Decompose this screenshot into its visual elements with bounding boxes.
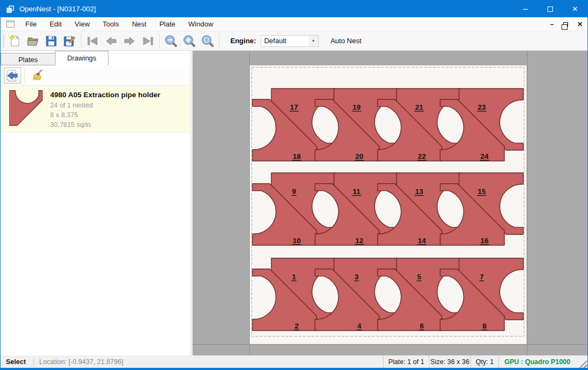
maximize-button[interactable] bbox=[538, 1, 563, 17]
part-number: 18 bbox=[292, 152, 301, 160]
toolbar-separator bbox=[159, 33, 160, 49]
page-edge-guide bbox=[193, 344, 588, 345]
part-number: 12 bbox=[355, 237, 363, 245]
part-number: 16 bbox=[480, 237, 489, 245]
window-title: OpenNest - [N0317-002] bbox=[19, 5, 96, 13]
open-file-button[interactable] bbox=[24, 32, 42, 50]
close-button[interactable]: ✕ bbox=[563, 1, 587, 17]
chevron-down-icon: ▾ bbox=[309, 36, 318, 46]
menu-view[interactable]: View bbox=[68, 18, 96, 30]
part-number: 10 bbox=[292, 237, 300, 245]
app-window: OpenNest - [N0317-002] ─ ✕ File Edit Vie… bbox=[0, 0, 588, 370]
save-as-button[interactable] bbox=[60, 32, 79, 50]
drawing-title: 4980 A05 Extraction pipe holder bbox=[50, 91, 160, 99]
sidebar: Plates Drawings bbox=[1, 51, 190, 356]
page-edge-guide bbox=[527, 51, 528, 356]
drawing-list-item[interactable]: 4980 A05 Extraction pipe holder 24 of 1 … bbox=[1, 86, 190, 132]
nest-canvas[interactable]: 171819202122232491011121314151612345678 bbox=[193, 51, 588, 356]
part-number: 8 bbox=[482, 322, 487, 330]
return-to-drawing-button[interactable] bbox=[4, 68, 21, 84]
menu-edit[interactable]: Edit bbox=[43, 18, 68, 30]
engine-label: Engine: bbox=[230, 37, 256, 45]
drawing-size: 8 x 8.375 bbox=[50, 110, 160, 120]
engine-select[interactable]: Default ▾ bbox=[261, 35, 319, 47]
part-number: 23 bbox=[477, 103, 486, 111]
part-number: 11 bbox=[353, 187, 361, 196]
auto-nest-button[interactable]: Auto Nest bbox=[326, 34, 366, 48]
zoom-out-icon bbox=[164, 34, 178, 48]
part-number: 2 bbox=[295, 322, 299, 330]
app-icon bbox=[6, 5, 15, 14]
save-as-icon bbox=[63, 35, 76, 48]
zoom-fit-icon bbox=[201, 34, 215, 48]
cursor-location: Location: [-0.9437, 21.8796] bbox=[34, 358, 383, 366]
maximize-icon bbox=[548, 6, 553, 12]
plate-sheet[interactable]: 171819202122232491011121314151612345678 bbox=[250, 65, 527, 344]
part-number: 19 bbox=[352, 103, 360, 111]
part-thumbnail bbox=[9, 90, 43, 126]
part-number: 6 bbox=[420, 322, 424, 330]
part-number: 4 bbox=[357, 322, 361, 330]
broom-icon bbox=[30, 69, 43, 82]
engine-value: Default bbox=[264, 37, 286, 45]
tab-plates[interactable]: Plates bbox=[1, 53, 55, 65]
plate-size: Size: 36 x 36 bbox=[429, 355, 470, 368]
part-number: 22 bbox=[418, 152, 426, 160]
resize-grip[interactable] bbox=[579, 355, 587, 368]
main-toolbar: Engine: Default ▾ Auto Nest bbox=[1, 31, 587, 51]
last-plate-button[interactable] bbox=[139, 32, 157, 50]
zoom-in-icon bbox=[182, 34, 196, 48]
new-file-icon bbox=[8, 35, 21, 48]
tab-drawings[interactable]: Drawings bbox=[55, 51, 108, 65]
clear-button[interactable] bbox=[28, 68, 45, 84]
save-icon bbox=[45, 35, 58, 48]
new-file-button[interactable] bbox=[5, 32, 24, 50]
drawings-toolbar bbox=[1, 65, 190, 86]
part-number: 7 bbox=[480, 273, 484, 281]
drawing-area: 30.7815 sq/in bbox=[50, 120, 160, 130]
drawing-nested-count: 24 of 1 nested bbox=[50, 100, 160, 110]
gpu-indicator: GPU : Quadro P1000 bbox=[498, 355, 579, 368]
zoom-out-button[interactable] bbox=[162, 32, 180, 50]
part-number: 9 bbox=[292, 187, 296, 196]
nav-first-icon bbox=[86, 34, 100, 48]
mdi-restore-icon bbox=[563, 22, 568, 26]
menu-plate[interactable]: Plate bbox=[153, 18, 182, 30]
zoom-in-button[interactable] bbox=[180, 32, 199, 50]
mdi-document-icon[interactable] bbox=[6, 21, 15, 28]
status-bar: Select Location: [-0.9437, 21.8796] Plat… bbox=[1, 355, 587, 369]
mdi-minimize-button[interactable]: – bbox=[548, 21, 556, 28]
back-arrow-page-icon bbox=[6, 69, 19, 82]
menu-tools[interactable]: Tools bbox=[96, 18, 125, 30]
nav-last-icon bbox=[141, 34, 155, 48]
menu-bar: File Edit View Tools Nest Plate Window –… bbox=[1, 17, 587, 31]
toolbar-separator bbox=[219, 33, 220, 49]
mdi-restore-button[interactable] bbox=[562, 22, 570, 26]
part-number: 13 bbox=[415, 187, 423, 196]
part-number: 24 bbox=[480, 152, 489, 160]
part-number: 3 bbox=[354, 273, 359, 281]
menu-window[interactable]: Window bbox=[182, 18, 220, 30]
save-button[interactable] bbox=[42, 32, 60, 50]
part-number: 5 bbox=[417, 273, 421, 281]
zoom-fit-button[interactable] bbox=[199, 32, 217, 50]
nav-prev-icon bbox=[104, 34, 118, 48]
part-number: 15 bbox=[477, 187, 486, 196]
toolbar-separator bbox=[81, 33, 81, 49]
menu-nest[interactable]: Nest bbox=[126, 18, 153, 30]
previous-plate-button[interactable] bbox=[102, 32, 120, 50]
part-number: 1 bbox=[292, 273, 296, 281]
first-plate-button[interactable] bbox=[84, 32, 102, 50]
tab-strip: Plates Drawings bbox=[1, 51, 190, 65]
minimize-button[interactable]: ─ bbox=[513, 1, 538, 17]
next-plate-button[interactable] bbox=[120, 32, 139, 50]
part-number: 20 bbox=[355, 152, 363, 160]
mode-indicator: Select bbox=[1, 358, 33, 366]
title-bar: OpenNest - [N0317-002] ─ ✕ bbox=[1, 1, 587, 17]
plate-count: Plate: 1 of 1 bbox=[383, 355, 429, 368]
nav-next-icon bbox=[122, 34, 136, 48]
menu-file[interactable]: File bbox=[19, 18, 43, 30]
panel-toolbar-separator bbox=[24, 69, 25, 83]
mdi-close-button[interactable]: ✕ bbox=[576, 21, 584, 28]
nested-parts-drawing[interactable]: 171819202122232491011121314151612345678 bbox=[250, 65, 527, 344]
